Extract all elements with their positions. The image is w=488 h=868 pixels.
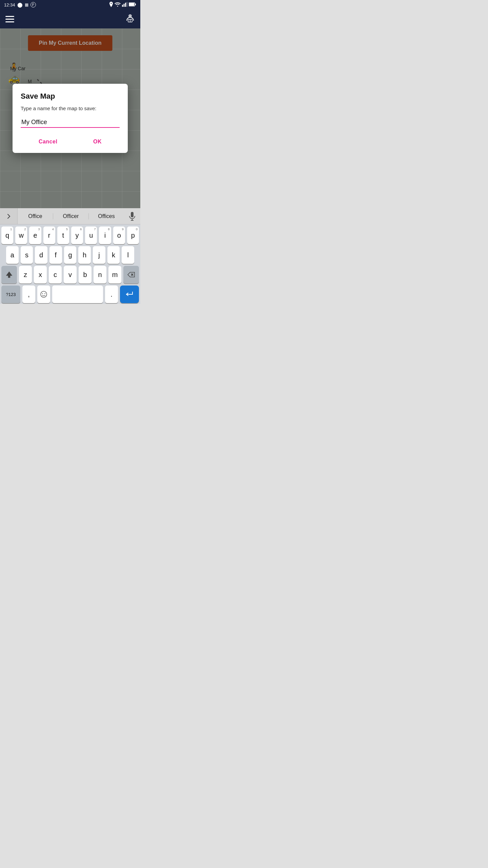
keyboard-row-1: q1 w2 e3 r4 t5 y6 u7 i8 o9 p0 (0, 224, 140, 244)
map-name-input[interactable] (21, 117, 120, 127)
key-f[interactable]: f (49, 246, 62, 264)
key-g[interactable]: g (64, 246, 77, 264)
cancel-button[interactable]: Cancel (30, 136, 65, 147)
mic-icon[interactable] (124, 208, 140, 224)
key-x[interactable]: x (34, 266, 47, 283)
key-z[interactable]: z (19, 266, 32, 283)
menu-button[interactable] (5, 16, 14, 22)
svg-rect-6 (135, 3, 136, 5)
key-o[interactable]: o9 (113, 226, 125, 244)
keyboard-row-4: ?123 , . (0, 283, 140, 304)
status-left: 12:34 ⬤ ▦ P (4, 2, 36, 7)
svg-rect-2 (125, 3, 126, 7)
key-l[interactable]: l (122, 246, 134, 264)
dialog-actions: Cancel OK (21, 136, 120, 147)
key-h[interactable]: h (78, 246, 91, 264)
svg-rect-3 (127, 2, 128, 7)
svg-point-17 (44, 293, 45, 294)
circle-icon: ⬤ (17, 2, 23, 7)
time-display: 12:34 (4, 2, 15, 7)
dialog-overlay: Save Map Type a name for the map to save… (0, 28, 140, 208)
key-y[interactable]: y6 (71, 226, 83, 244)
suggestions-chevron[interactable] (0, 208, 18, 224)
book-icon[interactable] (125, 13, 135, 25)
save-map-dialog: Save Map Type a name for the map to save… (13, 84, 128, 153)
key-k[interactable]: k (107, 246, 120, 264)
emoji-key[interactable] (37, 285, 50, 303)
svg-rect-0 (122, 5, 123, 7)
shift-key[interactable] (1, 266, 17, 283)
key-c[interactable]: c (49, 266, 62, 283)
wifi-icon (115, 2, 121, 8)
location-icon (109, 2, 113, 8)
keyboard-row-3: z x c v b n m (0, 264, 140, 283)
key-s[interactable]: s (21, 246, 33, 264)
key-i[interactable]: i8 (99, 226, 111, 244)
svg-rect-1 (124, 4, 125, 7)
sim-icon: ▦ (25, 2, 28, 7)
comma-key[interactable]: , (22, 285, 35, 303)
key-t[interactable]: t5 (57, 226, 69, 244)
enter-key[interactable] (120, 285, 139, 303)
suggestions-bar: Office Officer Offices (0, 208, 140, 224)
dialog-message: Type a name for the map to save: (21, 105, 120, 111)
key-a[interactable]: a (6, 246, 19, 264)
dialog-title: Save Map (21, 92, 120, 101)
map-area: Pin My Current Location 🧍 My Car 🚕 M Sav… (0, 28, 140, 208)
key-w[interactable]: w2 (15, 226, 27, 244)
key-m[interactable]: m (108, 266, 121, 283)
battery-icon (129, 2, 136, 7)
keyboard-row-2: a s d f g h j k l (0, 244, 140, 264)
suggestion-office[interactable]: Office (18, 213, 53, 219)
key-b[interactable]: b (79, 266, 92, 283)
status-right (109, 2, 136, 8)
ok-button[interactable]: OK (85, 136, 110, 147)
svg-rect-10 (131, 212, 134, 217)
svg-point-16 (42, 293, 43, 294)
p-icon: P (30, 2, 36, 7)
numbers-key[interactable]: ?123 (1, 285, 20, 303)
app-bar (0, 9, 140, 28)
key-r[interactable]: r4 (43, 226, 55, 244)
key-j[interactable]: j (93, 246, 105, 264)
signal-icon (122, 2, 127, 8)
dialog-input-container (21, 117, 120, 128)
key-n[interactable]: n (94, 266, 106, 283)
keyboard-area: Office Officer Offices q1 w2 e3 r4 t5 y6… (0, 208, 140, 304)
key-q[interactable]: q1 (1, 226, 13, 244)
svg-point-15 (41, 291, 47, 297)
key-u[interactable]: u7 (85, 226, 97, 244)
suggestion-officer[interactable]: Officer (53, 213, 89, 219)
space-key[interactable] (52, 285, 103, 303)
key-v[interactable]: v (64, 266, 77, 283)
suggestion-offices[interactable]: Offices (89, 213, 124, 219)
period-key[interactable]: . (105, 285, 118, 303)
key-d[interactable]: d (35, 246, 47, 264)
status-bar: 12:34 ⬤ ▦ P (0, 0, 140, 9)
key-e[interactable]: e3 (29, 226, 41, 244)
key-p[interactable]: p0 (127, 226, 139, 244)
svg-rect-5 (129, 3, 134, 6)
backspace-key[interactable] (123, 266, 139, 283)
